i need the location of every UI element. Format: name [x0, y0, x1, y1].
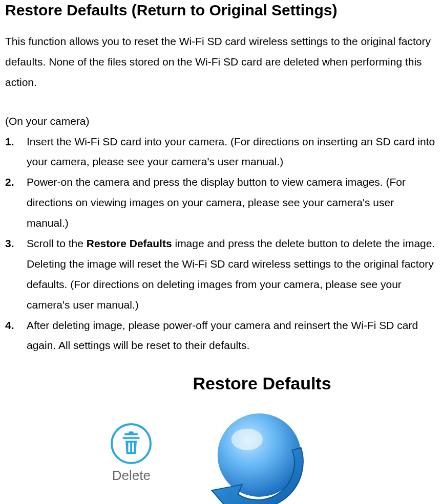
- context-label: (On your camera): [5, 111, 437, 132]
- page-title: Restore Defaults (Return to Original Set…: [5, 0, 437, 20]
- restore-defaults-title: Restore Defaults: [193, 373, 331, 394]
- trash-icon: [111, 423, 152, 464]
- step-3-bold: Restore Defaults: [87, 237, 172, 249]
- step-3: Scroll to the Restore Defaults image and…: [5, 233, 437, 315]
- restore-defaults-block: Restore Defaults: [193, 373, 331, 504]
- steps-list: Insert the Wi-Fi SD card into your camer…: [5, 132, 437, 356]
- step-2: Power-on the camera and press the displa…: [5, 172, 437, 233]
- step-1: Insert the Wi-Fi SD card into your camer…: [5, 132, 437, 172]
- intro-paragraph: This function allows you to reset the Wi…: [5, 31, 437, 93]
- svg-point-1: [231, 429, 263, 450]
- delete-icon-block: Delete: [111, 423, 152, 485]
- figure-row: Delete Restore Defaults: [5, 373, 437, 504]
- step-4: After deleting image, please power-off y…: [5, 315, 437, 356]
- restore-defaults-icon: [203, 401, 321, 504]
- step-3-pre: Scroll to the: [27, 237, 87, 249]
- delete-label: Delete: [112, 466, 151, 485]
